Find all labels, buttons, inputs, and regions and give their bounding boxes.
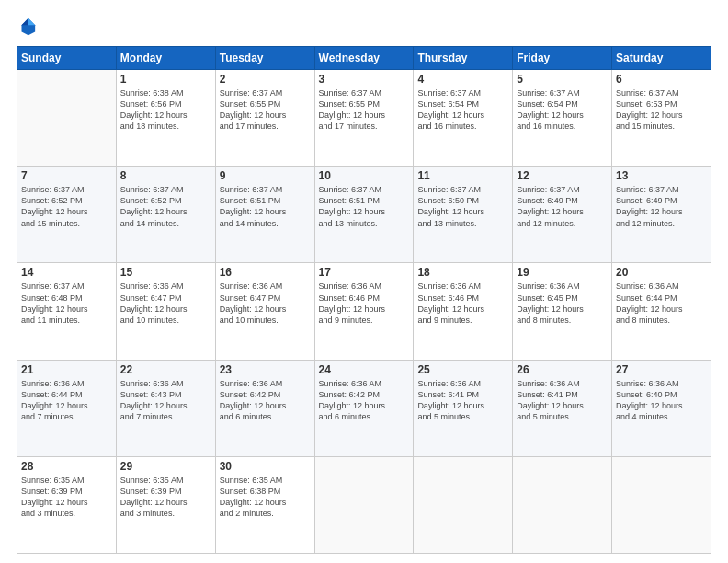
calendar-cell: 19Sunrise: 6:36 AM Sunset: 6:45 PM Dayli… [513, 263, 612, 360]
day-number: 6 [616, 73, 707, 86]
day-number: 3 [319, 73, 410, 86]
day-info: Sunrise: 6:36 AM Sunset: 6:44 PM Dayligh… [21, 378, 112, 423]
day-number: 13 [616, 169, 707, 182]
day-number: 12 [517, 169, 608, 182]
calendar-cell: 26Sunrise: 6:36 AM Sunset: 6:41 PM Dayli… [513, 360, 612, 456]
weekday-friday: Friday [513, 47, 612, 70]
day-number: 28 [21, 460, 112, 473]
calendar-cell: 23Sunrise: 6:36 AM Sunset: 6:42 PM Dayli… [215, 360, 314, 456]
weekday-thursday: Thursday [414, 47, 513, 70]
day-number: 16 [220, 266, 311, 279]
day-info: Sunrise: 6:36 AM Sunset: 6:45 PM Dayligh… [517, 281, 608, 326]
calendar-table: SundayMondayTuesdayWednesdayThursdayFrid… [17, 46, 711, 554]
week-row-1: 1Sunrise: 6:38 AM Sunset: 6:56 PM Daylig… [17, 70, 711, 167]
day-info: Sunrise: 6:35 AM Sunset: 6:39 PM Dayligh… [120, 475, 211, 520]
calendar-cell: 16Sunrise: 6:36 AM Sunset: 6:47 PM Dayli… [215, 263, 314, 360]
day-info: Sunrise: 6:36 AM Sunset: 6:43 PM Dayligh… [120, 378, 211, 423]
calendar-cell: 11Sunrise: 6:37 AM Sunset: 6:50 PM Dayli… [414, 167, 513, 263]
day-number: 30 [220, 460, 311, 473]
day-number: 23 [220, 363, 311, 376]
day-info: Sunrise: 6:36 AM Sunset: 6:46 PM Dayligh… [417, 281, 508, 326]
calendar-cell [612, 456, 711, 553]
day-number: 1 [120, 73, 211, 86]
calendar-cell: 28Sunrise: 6:35 AM Sunset: 6:39 PM Dayli… [17, 456, 117, 553]
calendar-cell [513, 456, 612, 553]
day-info: Sunrise: 6:36 AM Sunset: 6:46 PM Dayligh… [319, 281, 410, 326]
day-number: 7 [21, 169, 112, 182]
day-number: 18 [417, 266, 508, 279]
weekday-saturday: Saturday [612, 47, 711, 70]
day-number: 11 [417, 169, 508, 182]
day-info: Sunrise: 6:37 AM Sunset: 6:55 PM Dayligh… [220, 87, 311, 132]
day-info: Sunrise: 6:37 AM Sunset: 6:55 PM Dayligh… [319, 87, 410, 132]
day-number: 10 [319, 169, 410, 182]
calendar-cell: 14Sunrise: 6:37 AM Sunset: 6:48 PM Dayli… [17, 263, 117, 360]
week-row-5: 28Sunrise: 6:35 AM Sunset: 6:39 PM Dayli… [17, 456, 711, 553]
day-info: Sunrise: 6:37 AM Sunset: 6:49 PM Dayligh… [616, 184, 707, 229]
day-number: 14 [21, 266, 112, 279]
day-info: Sunrise: 6:37 AM Sunset: 6:54 PM Dayligh… [417, 87, 508, 132]
day-info: Sunrise: 6:37 AM Sunset: 6:48 PM Dayligh… [21, 281, 112, 326]
calendar-cell: 1Sunrise: 6:38 AM Sunset: 6:56 PM Daylig… [116, 70, 215, 167]
day-info: Sunrise: 6:36 AM Sunset: 6:41 PM Dayligh… [517, 378, 608, 423]
day-info: Sunrise: 6:35 AM Sunset: 6:38 PM Dayligh… [220, 475, 311, 520]
logo [17, 17, 40, 37]
day-number: 22 [120, 363, 211, 376]
calendar-cell: 13Sunrise: 6:37 AM Sunset: 6:49 PM Dayli… [612, 167, 711, 263]
day-number: 5 [517, 73, 608, 86]
day-info: Sunrise: 6:37 AM Sunset: 6:54 PM Dayligh… [517, 87, 608, 132]
calendar-cell [17, 70, 117, 167]
week-row-4: 21Sunrise: 6:36 AM Sunset: 6:44 PM Dayli… [17, 360, 711, 456]
calendar-cell: 24Sunrise: 6:36 AM Sunset: 6:42 PM Dayli… [314, 360, 414, 456]
weekday-wednesday: Wednesday [314, 47, 414, 70]
calendar-cell: 20Sunrise: 6:36 AM Sunset: 6:44 PM Dayli… [612, 263, 711, 360]
calendar-cell: 30Sunrise: 6:35 AM Sunset: 6:38 PM Dayli… [215, 456, 314, 553]
calendar-cell: 17Sunrise: 6:36 AM Sunset: 6:46 PM Dayli… [314, 263, 414, 360]
day-info: Sunrise: 6:36 AM Sunset: 6:42 PM Dayligh… [319, 378, 410, 423]
day-info: Sunrise: 6:37 AM Sunset: 6:51 PM Dayligh… [319, 184, 410, 229]
day-info: Sunrise: 6:36 AM Sunset: 6:41 PM Dayligh… [417, 378, 508, 423]
day-number: 17 [319, 266, 410, 279]
calendar-cell [414, 456, 513, 553]
header [17, 17, 711, 37]
day-info: Sunrise: 6:38 AM Sunset: 6:56 PM Dayligh… [120, 87, 211, 132]
day-info: Sunrise: 6:37 AM Sunset: 6:51 PM Dayligh… [220, 184, 311, 229]
calendar-cell: 7Sunrise: 6:37 AM Sunset: 6:52 PM Daylig… [17, 167, 117, 263]
weekday-tuesday: Tuesday [215, 47, 314, 70]
day-info: Sunrise: 6:36 AM Sunset: 6:47 PM Dayligh… [120, 281, 211, 326]
calendar-cell: 21Sunrise: 6:36 AM Sunset: 6:44 PM Dayli… [17, 360, 117, 456]
weekday-sunday: Sunday [17, 47, 117, 70]
day-number: 21 [21, 363, 112, 376]
logo-icon [17, 17, 37, 37]
day-number: 19 [517, 266, 608, 279]
week-row-3: 14Sunrise: 6:37 AM Sunset: 6:48 PM Dayli… [17, 263, 711, 360]
calendar-cell: 22Sunrise: 6:36 AM Sunset: 6:43 PM Dayli… [116, 360, 215, 456]
day-number: 26 [517, 363, 608, 376]
page: SundayMondayTuesdayWednesdayThursdayFrid… [0, 0, 728, 563]
calendar-cell: 25Sunrise: 6:36 AM Sunset: 6:41 PM Dayli… [414, 360, 513, 456]
calendar-cell: 3Sunrise: 6:37 AM Sunset: 6:55 PM Daylig… [314, 70, 414, 167]
calendar-cell: 18Sunrise: 6:36 AM Sunset: 6:46 PM Dayli… [414, 263, 513, 360]
svg-marker-1 [28, 18, 35, 25]
day-info: Sunrise: 6:37 AM Sunset: 6:52 PM Dayligh… [21, 184, 112, 229]
day-number: 27 [616, 363, 707, 376]
day-info: Sunrise: 6:37 AM Sunset: 6:50 PM Dayligh… [417, 184, 508, 229]
calendar-cell: 27Sunrise: 6:36 AM Sunset: 6:40 PM Dayli… [612, 360, 711, 456]
day-info: Sunrise: 6:36 AM Sunset: 6:40 PM Dayligh… [616, 378, 707, 423]
svg-marker-2 [22, 18, 28, 25]
weekday-header-row: SundayMondayTuesdayWednesdayThursdayFrid… [17, 47, 711, 70]
calendar-cell: 8Sunrise: 6:37 AM Sunset: 6:52 PM Daylig… [116, 167, 215, 263]
calendar-cell: 15Sunrise: 6:36 AM Sunset: 6:47 PM Dayli… [116, 263, 215, 360]
calendar-cell: 9Sunrise: 6:37 AM Sunset: 6:51 PM Daylig… [215, 167, 314, 263]
calendar-cell: 5Sunrise: 6:37 AM Sunset: 6:54 PM Daylig… [513, 70, 612, 167]
calendar-cell: 2Sunrise: 6:37 AM Sunset: 6:55 PM Daylig… [215, 70, 314, 167]
day-number: 25 [417, 363, 508, 376]
day-info: Sunrise: 6:35 AM Sunset: 6:39 PM Dayligh… [21, 475, 112, 520]
week-row-2: 7Sunrise: 6:37 AM Sunset: 6:52 PM Daylig… [17, 167, 711, 263]
weekday-monday: Monday [116, 47, 215, 70]
calendar-cell [314, 456, 414, 553]
calendar-cell: 10Sunrise: 6:37 AM Sunset: 6:51 PM Dayli… [314, 167, 414, 263]
day-number: 2 [220, 73, 311, 86]
calendar-cell: 4Sunrise: 6:37 AM Sunset: 6:54 PM Daylig… [414, 70, 513, 167]
calendar-cell: 29Sunrise: 6:35 AM Sunset: 6:39 PM Dayli… [116, 456, 215, 553]
